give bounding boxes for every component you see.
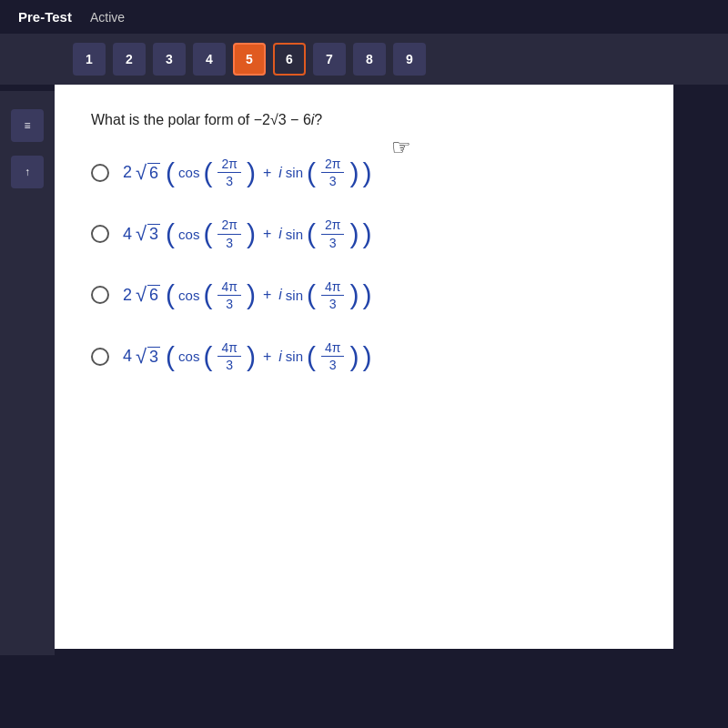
question-text: What is the polar form of −2√3 − 6i? (91, 112, 637, 128)
option-a[interactable]: 2 √ 6 ( cos ( 2π 3 ) + isin ( 2π 3 ) ) (91, 156, 637, 189)
pretest-label: Pre-Test (18, 9, 72, 25)
radio-a[interactable] (91, 164, 109, 182)
radio-c[interactable] (91, 286, 109, 304)
math-expr-a: 2 √ 6 ( cos ( 2π 3 ) + isin ( 2π 3 ) ) (123, 156, 371, 189)
math-expr-d: 4 √ 3 ( cos ( 4π 3 ) + isin ( 4π 3 ) ) (123, 339, 371, 373)
option-d[interactable]: 4 √ 3 ( cos ( 4π 3 ) + isin ( 4π 3 ) ) (91, 339, 637, 373)
nav-btn-9[interactable]: 9 (393, 43, 426, 76)
option-b[interactable]: 4 √ 3 ( cos ( 2π 3 ) + isin ( 2π 3 ) ) (91, 217, 637, 250)
radio-b[interactable] (91, 225, 109, 243)
nav-btn-8[interactable]: 8 (353, 43, 386, 76)
radio-d[interactable] (91, 348, 109, 366)
nav-btn-4[interactable]: 4 (193, 43, 226, 76)
nav-btn-2[interactable]: 2 (113, 43, 146, 76)
math-expr-b: 4 √ 3 ( cos ( 2π 3 ) + isin ( 2π 3 ) ) (123, 217, 371, 250)
nav-btn-7[interactable]: 7 (313, 43, 346, 76)
nav-btn-6[interactable]: 6 (273, 43, 306, 76)
status-label: Active (90, 10, 125, 25)
math-expr-c: 2 √ 6 ( cos ( 4π 3 ) + isin ( 4π 3 ) ) (123, 278, 371, 312)
nav-btn-3[interactable]: 3 (153, 43, 186, 76)
main-content: What is the polar form of −2√3 − 6i? 2 √… (55, 85, 673, 649)
up-arrow-icon[interactable]: ↑ (11, 156, 44, 188)
option-c[interactable]: 2 √ 6 ( cos ( 4π 3 ) + isin ( 4π 3 ) ) (91, 278, 637, 312)
menu-icon[interactable]: ≡ (11, 109, 44, 142)
sidebar-left: ≡ ↑ (0, 91, 55, 655)
top-bar: Pre-Test Active (0, 0, 728, 34)
nav-btn-5[interactable]: 5 (233, 43, 266, 76)
question-nav: 1 2 3 4 5 6 7 8 9 (0, 34, 728, 85)
nav-btn-1[interactable]: 1 (73, 43, 106, 76)
